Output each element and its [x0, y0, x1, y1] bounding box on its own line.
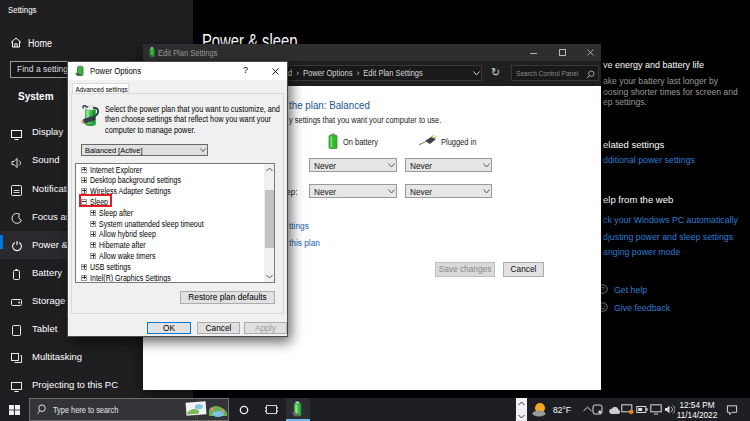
svg-text:?: ?: [601, 286, 605, 292]
